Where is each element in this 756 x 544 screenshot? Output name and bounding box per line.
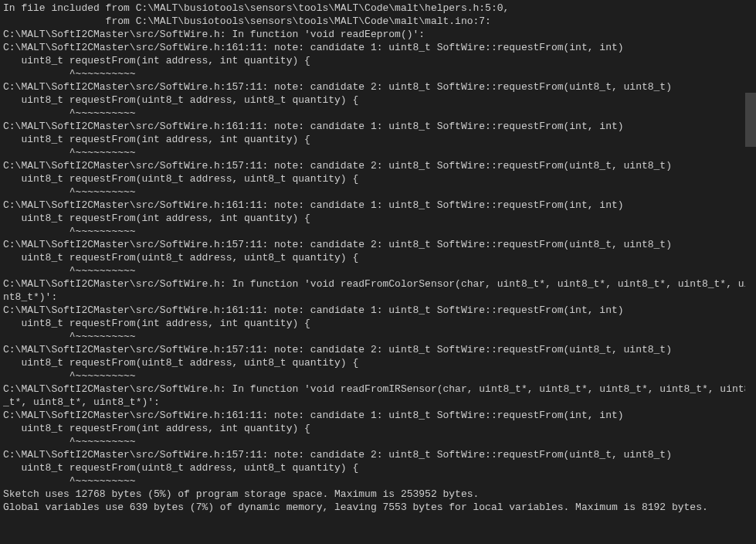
console-line: uint8_t requestFrom(uint8_t address, uin… — [3, 356, 742, 369]
console-line: ^~~~~~~~~~~ — [3, 185, 742, 199]
console-line: ^~~~~~~~~~~ — [3, 474, 742, 488]
console-line: C:\MALT\SoftI2CMaster\src/SoftWire.h:157… — [3, 80, 742, 94]
console-line: C:\MALT\SoftI2CMaster\src/SoftWire.h:157… — [3, 238, 742, 251]
console-line: uint8_t requestFrom(int address, int qua… — [3, 422, 742, 435]
console-line: C:\MALT\SoftI2CMaster\src/SoftWire.h:161… — [3, 41, 742, 54]
console-line: ^~~~~~~~~~~ — [3, 435, 742, 448]
console-line: C:\MALT\SoftI2CMaster\src/SoftWire.h: In… — [3, 277, 742, 291]
console-line: C:\MALT\SoftI2CMaster\src/SoftWire.h:157… — [3, 448, 742, 461]
console-line: C:\MALT\SoftI2CMaster\src/SoftWire.h: In… — [3, 28, 742, 41]
console-line: uint8_t requestFrom(int address, int qua… — [3, 317, 742, 330]
console-line: ^~~~~~~~~~~ — [3, 67, 742, 80]
console-line: C:\MALT\SoftI2CMaster\src/SoftWire.h:161… — [3, 304, 742, 317]
console-line: from C:\MALT\busiotools\sensors\tools\MA… — [3, 15, 742, 28]
scrollbar-thumb[interactable] — [745, 93, 756, 147]
console-line: uint8_t requestFrom(int address, int qua… — [3, 54, 742, 67]
console-line: ^~~~~~~~~~~ — [3, 264, 742, 277]
console-line: Sketch uses 12768 bytes (5%) of program … — [3, 488, 742, 501]
console-line: C:\MALT\SoftI2CMaster\src/SoftWire.h:161… — [3, 199, 742, 212]
console-line: C:\MALT\SoftI2CMaster\src/SoftWire.h:161… — [3, 120, 742, 133]
console-line: ^~~~~~~~~~~ — [3, 225, 742, 238]
compiler-output-console: In file included from C:\MALT\busiotools… — [0, 0, 745, 544]
console-line: _t*, uint8_t*, uint8_t*)': — [3, 396, 742, 409]
console-line: ^~~~~~~~~~~ — [3, 107, 742, 120]
console-line: C:\MALT\SoftI2CMaster\src/SoftWire.h:157… — [3, 343, 742, 356]
console-line: ^~~~~~~~~~~ — [3, 369, 742, 382]
console-line: C:\MALT\SoftI2CMaster\src/SoftWire.h:161… — [3, 409, 742, 422]
console-line: In file included from C:\MALT\busiotools… — [3, 2, 742, 15]
console-line: nt8_t*)': — [3, 291, 742, 304]
console-line: uint8_t requestFrom(uint8_t address, uin… — [3, 94, 742, 107]
console-line: ^~~~~~~~~~~ — [3, 330, 742, 343]
console-line: uint8_t requestFrom(uint8_t address, uin… — [3, 251, 742, 264]
console-line: C:\MALT\SoftI2CMaster\src/SoftWire.h: In… — [3, 382, 742, 396]
console-line: uint8_t requestFrom(int address, int qua… — [3, 212, 742, 225]
console-line: ^~~~~~~~~~~ — [3, 146, 742, 159]
scrollbar-track[interactable] — [745, 0, 756, 544]
console-line: uint8_t requestFrom(uint8_t address, uin… — [3, 172, 742, 185]
console-line: uint8_t requestFrom(int address, int qua… — [3, 133, 742, 146]
console-line: uint8_t requestFrom(uint8_t address, uin… — [3, 461, 742, 474]
console-line: C:\MALT\SoftI2CMaster\src/SoftWire.h:157… — [3, 159, 742, 172]
console-line: Global variables use 639 bytes (7%) of d… — [3, 501, 742, 514]
